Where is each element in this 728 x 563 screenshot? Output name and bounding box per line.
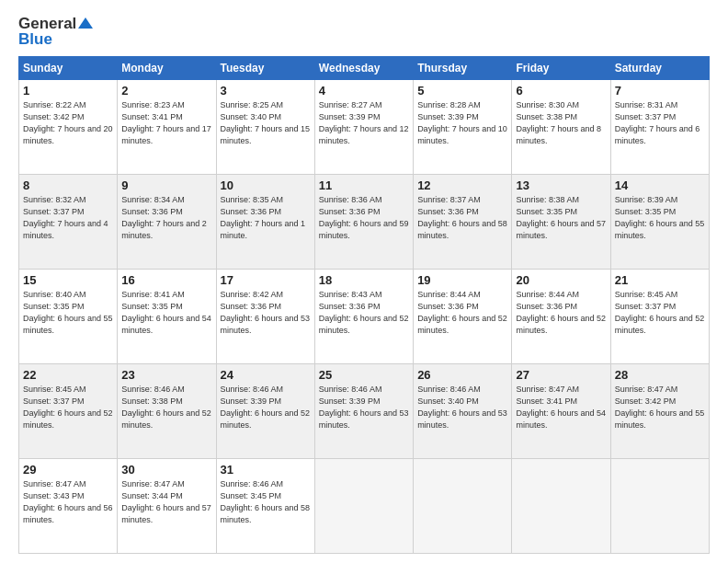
sunset-label: Sunset: 3:42 PM: [23, 112, 85, 121]
day-info: Sunrise: 8:36 AM Sunset: 3:36 PM Dayligh…: [319, 194, 409, 242]
day-number: 22: [23, 368, 113, 382]
sunset-label: Sunset: 3:37 PM: [23, 396, 85, 406]
sunrise-label: Sunrise: 8:45 AM: [615, 290, 678, 299]
daylight-label: Daylight: 7 hours and 15 minutes.: [221, 124, 311, 145]
daylight-label: Daylight: 7 hours and 4 minutes.: [23, 219, 108, 240]
calendar-cell: [314, 459, 413, 554]
calendar-cell: 27 Sunrise: 8:47 AM Sunset: 3:41 PM Dayl…: [512, 364, 610, 459]
svg-marker-0: [78, 17, 93, 29]
day-number: 24: [221, 368, 311, 382]
calendar-cell: 9 Sunrise: 8:34 AM Sunset: 3:36 PM Dayli…: [118, 175, 216, 270]
sunset-label: Sunset: 3:36 PM: [319, 207, 381, 216]
day-number: 16: [121, 273, 211, 287]
calendar-cell: 20 Sunrise: 8:44 AM Sunset: 3:36 PM Dayl…: [512, 270, 610, 364]
calendar-cell: 21 Sunrise: 8:45 AM Sunset: 3:37 PM Dayl…: [610, 270, 709, 364]
sunset-label: Sunset: 3:40 PM: [221, 112, 282, 121]
day-number: 6: [516, 84, 606, 98]
day-number: 4: [319, 84, 409, 98]
day-number: 12: [417, 178, 507, 192]
daylight-label: Daylight: 6 hours and 54 minutes.: [121, 314, 211, 335]
day-number: 30: [121, 463, 211, 477]
sunrise-label: Sunrise: 8:27 AM: [319, 100, 382, 109]
calendar-week-3: 15 Sunrise: 8:40 AM Sunset: 3:35 PM Dayl…: [19, 270, 710, 364]
day-number: 7: [615, 84, 705, 98]
sunrise-label: Sunrise: 8:47 AM: [615, 385, 678, 394]
sunset-label: Sunset: 3:39 PM: [221, 396, 282, 406]
sunset-label: Sunset: 3:36 PM: [221, 302, 282, 311]
sunrise-label: Sunrise: 8:32 AM: [23, 195, 86, 204]
day-info: Sunrise: 8:27 AM Sunset: 3:39 PM Dayligh…: [319, 99, 409, 147]
sunset-label: Sunset: 3:36 PM: [417, 207, 479, 216]
sunset-label: Sunset: 3:36 PM: [516, 302, 577, 311]
sunrise-label: Sunrise: 8:39 AM: [615, 195, 678, 204]
sunset-label: Sunset: 3:43 PM: [23, 491, 85, 500]
sunrise-label: Sunrise: 8:35 AM: [221, 195, 284, 204]
calendar-cell: 1 Sunrise: 8:22 AM Sunset: 3:42 PM Dayli…: [19, 80, 118, 175]
sunset-label: Sunset: 3:45 PM: [221, 491, 282, 500]
day-info: Sunrise: 8:47 AM Sunset: 3:43 PM Dayligh…: [23, 478, 113, 526]
sunrise-label: Sunrise: 8:46 AM: [319, 385, 382, 394]
daylight-label: Daylight: 6 hours and 59 minutes.: [319, 219, 409, 240]
daylight-label: Daylight: 7 hours and 10 minutes.: [417, 124, 507, 145]
calendar-cell: 19 Sunrise: 8:44 AM Sunset: 3:36 PM Dayl…: [414, 270, 512, 364]
sunrise-label: Sunrise: 8:41 AM: [121, 290, 185, 299]
day-info: Sunrise: 8:22 AM Sunset: 3:42 PM Dayligh…: [23, 99, 113, 147]
header: General Blue: [18, 15, 710, 49]
day-number: 31: [221, 463, 311, 477]
daylight-label: Daylight: 6 hours and 55 minutes.: [615, 219, 705, 240]
day-info: Sunrise: 8:47 AM Sunset: 3:44 PM Dayligh…: [121, 478, 211, 526]
sunset-label: Sunset: 3:37 PM: [23, 207, 85, 216]
daylight-label: Daylight: 7 hours and 2 minutes.: [121, 219, 207, 240]
daylight-label: Daylight: 7 hours and 20 minutes.: [23, 124, 113, 145]
sunset-label: Sunset: 3:41 PM: [121, 112, 183, 121]
day-number: 13: [516, 178, 606, 192]
sunrise-label: Sunrise: 8:36 AM: [319, 195, 382, 204]
calendar-cell: 2 Sunrise: 8:23 AM Sunset: 3:41 PM Dayli…: [118, 80, 216, 175]
daylight-label: Daylight: 6 hours and 53 minutes.: [319, 408, 409, 430]
sunset-label: Sunset: 3:44 PM: [121, 491, 183, 500]
sunset-label: Sunset: 3:36 PM: [417, 302, 479, 311]
sunset-label: Sunset: 3:39 PM: [417, 112, 479, 121]
day-number: 10: [221, 178, 311, 192]
calendar-cell: 25 Sunrise: 8:46 AM Sunset: 3:39 PM Dayl…: [314, 364, 413, 459]
daylight-label: Daylight: 6 hours and 52 minutes.: [615, 314, 705, 335]
calendar-cell: [610, 459, 709, 554]
sunrise-label: Sunrise: 8:30 AM: [516, 100, 579, 109]
daylight-label: Daylight: 6 hours and 54 minutes.: [516, 408, 606, 430]
calendar-cell: 8 Sunrise: 8:32 AM Sunset: 3:37 PM Dayli…: [19, 175, 118, 270]
day-number: 15: [23, 273, 113, 287]
day-info: Sunrise: 8:35 AM Sunset: 3:36 PM Dayligh…: [221, 194, 311, 242]
daylight-label: Daylight: 6 hours and 52 minutes.: [319, 314, 409, 335]
day-info: Sunrise: 8:23 AM Sunset: 3:41 PM Dayligh…: [121, 99, 211, 147]
day-number: 2: [121, 84, 211, 98]
day-number: 5: [417, 84, 507, 98]
calendar-cell: 16 Sunrise: 8:41 AM Sunset: 3:35 PM Dayl…: [118, 270, 216, 364]
day-info: Sunrise: 8:40 AM Sunset: 3:35 PM Dayligh…: [23, 289, 113, 337]
sunrise-label: Sunrise: 8:40 AM: [23, 290, 86, 299]
day-number: 27: [516, 368, 606, 382]
day-info: Sunrise: 8:42 AM Sunset: 3:36 PM Dayligh…: [221, 289, 311, 337]
sunset-label: Sunset: 3:39 PM: [319, 112, 381, 121]
calendar-cell: 3 Sunrise: 8:25 AM Sunset: 3:40 PM Dayli…: [216, 80, 314, 175]
day-info: Sunrise: 8:46 AM Sunset: 3:45 PM Dayligh…: [221, 478, 311, 526]
calendar-cell: 12 Sunrise: 8:37 AM Sunset: 3:36 PM Dayl…: [414, 175, 512, 270]
sunset-label: Sunset: 3:40 PM: [417, 396, 479, 406]
calendar-cell: 7 Sunrise: 8:31 AM Sunset: 3:37 PM Dayli…: [610, 80, 709, 175]
sunrise-label: Sunrise: 8:46 AM: [221, 479, 284, 488]
sunrise-label: Sunrise: 8:38 AM: [516, 195, 579, 204]
sunrise-label: Sunrise: 8:22 AM: [23, 100, 86, 109]
daylight-label: Daylight: 6 hours and 57 minutes.: [121, 503, 211, 524]
calendar-cell: 22 Sunrise: 8:45 AM Sunset: 3:37 PM Dayl…: [19, 364, 118, 459]
sunrise-label: Sunrise: 8:44 AM: [516, 290, 579, 299]
sunrise-label: Sunrise: 8:44 AM: [417, 290, 481, 299]
sunrise-label: Sunrise: 8:47 AM: [516, 385, 579, 394]
day-info: Sunrise: 8:39 AM Sunset: 3:35 PM Dayligh…: [615, 194, 705, 242]
sunset-label: Sunset: 3:35 PM: [23, 302, 85, 311]
calendar-cell: 10 Sunrise: 8:35 AM Sunset: 3:36 PM Dayl…: [216, 175, 314, 270]
daylight-label: Daylight: 7 hours and 17 minutes.: [121, 124, 211, 145]
day-info: Sunrise: 8:32 AM Sunset: 3:37 PM Dayligh…: [23, 194, 113, 242]
day-info: Sunrise: 8:47 AM Sunset: 3:41 PM Dayligh…: [516, 384, 606, 431]
calendar-cell: 5 Sunrise: 8:28 AM Sunset: 3:39 PM Dayli…: [414, 80, 512, 175]
daylight-label: Daylight: 7 hours and 1 minute.: [221, 219, 306, 240]
sunrise-label: Sunrise: 8:28 AM: [417, 100, 481, 109]
